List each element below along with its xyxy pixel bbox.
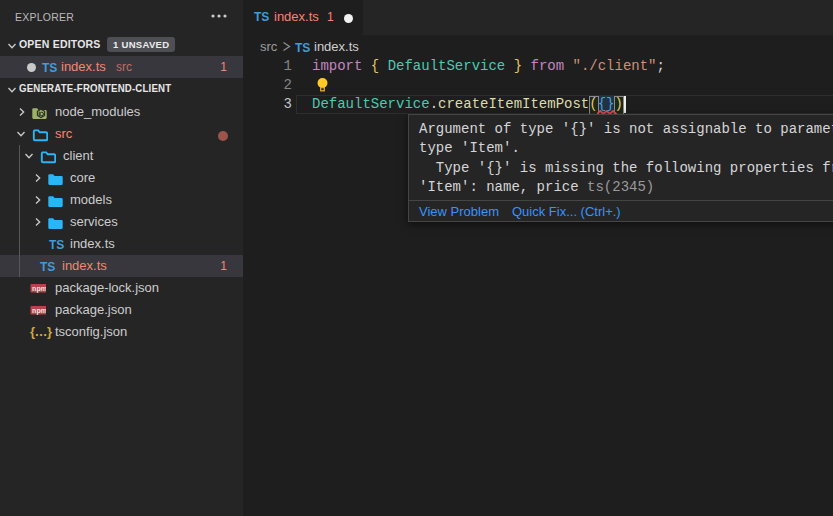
svg-text:npm: npm: [32, 307, 46, 315]
svg-text:npm: npm: [32, 285, 46, 293]
